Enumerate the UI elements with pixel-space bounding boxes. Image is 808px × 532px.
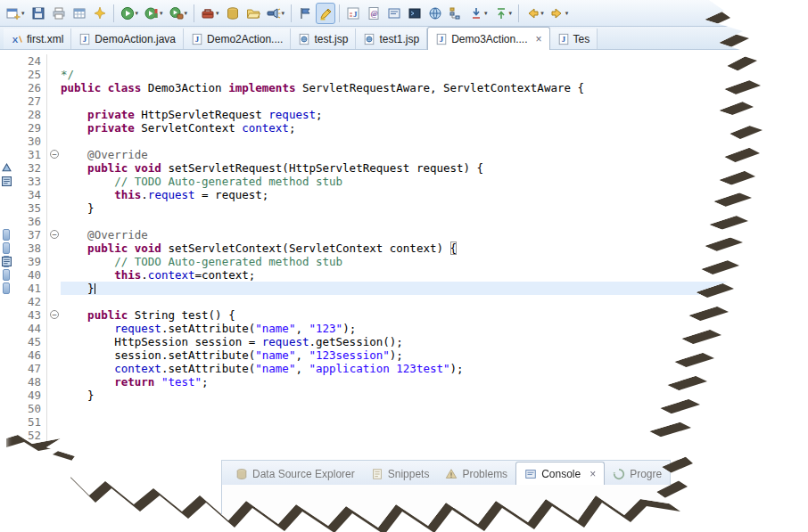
dropdown-arrow-icon[interactable]: ▾: [216, 10, 219, 17]
dropdown-arrow-icon[interactable]: ▾: [484, 10, 488, 17]
new-button[interactable]: ▾: [4, 3, 28, 24]
forward-button[interactable]: ▾: [548, 3, 572, 24]
code-text[interactable]: public void setServletRequest(HttpServle…: [61, 161, 808, 175]
line-number[interactable]: 50: [14, 402, 46, 415]
code-text[interactable]: // TODO Auto-generated method stub: [61, 175, 808, 188]
collapse-icon[interactable]: −: [50, 150, 59, 159]
code-text[interactable]: @Override: [61, 228, 808, 241]
code-text[interactable]: private HttpServletRequest request;: [61, 108, 808, 121]
code-text[interactable]: }: [61, 201, 808, 215]
line-number[interactable]: 36: [14, 215, 46, 228]
line-number[interactable]: 26: [14, 81, 46, 94]
editor-tab[interactable]: test1.jsp: [356, 29, 427, 49]
line-number[interactable]: 31: [14, 148, 46, 161]
code-text[interactable]: [61, 415, 808, 429]
web-browser-button[interactable]: [425, 3, 445, 24]
collapse-icon[interactable]: −: [50, 310, 59, 319]
code-text[interactable]: // TODO Auto-generated method stub: [61, 255, 808, 268]
code-line[interactable]: 31− @Override: [0, 148, 808, 161]
line-number[interactable]: 24: [14, 54, 46, 68]
code-line[interactable]: 26public class Demo3Action implements Se…: [0, 81, 808, 94]
code-line[interactable]: 27: [0, 94, 808, 108]
external-tools-button[interactable]: ▾: [198, 3, 222, 24]
fold-column[interactable]: [46, 175, 61, 188]
dropdown-arrow-icon[interactable]: ▾: [136, 10, 139, 17]
fold-column[interactable]: [46, 415, 61, 429]
fold-column[interactable]: [46, 135, 61, 148]
fold-column[interactable]: [46, 389, 61, 402]
dropdown-arrow-icon[interactable]: ▾: [509, 10, 513, 17]
view-tab[interactable]: Snippets: [363, 463, 438, 485]
code-text[interactable]: this.context=context;: [61, 268, 808, 282]
line-number[interactable]: 35: [14, 201, 46, 215]
javadoc-button[interactable]: @: [364, 3, 383, 24]
editor-tab[interactable]: JDemoAction.java: [71, 29, 184, 49]
view-tab[interactable]: Console×: [515, 462, 605, 486]
code-line[interactable]: 34 this.request = request;: [0, 188, 808, 201]
dropdown-arrow-icon[interactable]: ▾: [540, 10, 544, 17]
code-line[interactable]: 28 private HttpServletRequest request;: [0, 108, 808, 121]
fold-column[interactable]: −: [46, 228, 61, 241]
code-line[interactable]: 29 private ServletContext context;: [0, 121, 808, 135]
code-line[interactable]: 25*/: [0, 68, 808, 81]
fold-column[interactable]: [46, 402, 61, 415]
mark-occurrences-button[interactable]: [316, 3, 335, 24]
code-text[interactable]: private ServletContext context;: [61, 121, 808, 135]
code-line[interactable]: 37− @Override: [0, 228, 808, 241]
line-number[interactable]: 34: [14, 188, 46, 201]
dropdown-arrow-icon[interactable]: ▾: [282, 10, 285, 17]
export-button[interactable]: ▾: [491, 3, 515, 24]
type-hierarchy-button[interactable]: [446, 3, 466, 24]
code-line[interactable]: 43− public String test() {: [0, 308, 808, 322]
search-button[interactable]: ▾: [264, 3, 288, 24]
run-external-button[interactable]: ▾: [167, 3, 191, 24]
line-number[interactable]: 51: [14, 415, 46, 429]
fold-column[interactable]: −: [46, 308, 61, 322]
fold-column[interactable]: [46, 295, 61, 308]
line-number[interactable]: 33: [14, 175, 46, 188]
line-number[interactable]: 25: [14, 68, 46, 81]
line-number[interactable]: 43: [14, 308, 46, 322]
dropdown-arrow-icon[interactable]: ▾: [185, 10, 188, 17]
back-button[interactable]: ▾: [523, 3, 547, 24]
profile-flag-button[interactable]: [295, 3, 315, 24]
fold-column[interactable]: [46, 241, 61, 255]
run-button[interactable]: ▾: [118, 3, 142, 24]
collapse-icon[interactable]: −: [50, 230, 59, 239]
fold-column[interactable]: [46, 215, 61, 228]
console-view-button[interactable]: [384, 3, 404, 24]
code-text[interactable]: [61, 215, 808, 228]
fold-column[interactable]: [46, 348, 61, 362]
code-text[interactable]: request.setAttribute("name", "123");: [61, 322, 808, 335]
code-line[interactable]: 33 // TODO Auto-generated method stub: [0, 175, 808, 188]
code-line[interactable]: 36: [0, 215, 808, 228]
code-line[interactable]: 32 public void setServletRequest(HttpSer…: [0, 161, 808, 175]
code-text[interactable]: [61, 295, 808, 308]
save-button[interactable]: [29, 3, 48, 24]
import-button[interactable]: ▾: [466, 3, 491, 24]
fold-column[interactable]: [46, 68, 61, 81]
line-number[interactable]: 38: [14, 241, 46, 255]
line-number[interactable]: 30: [14, 135, 46, 148]
fold-column[interactable]: [46, 121, 61, 135]
line-number[interactable]: 45: [14, 335, 46, 348]
dropdown-arrow-icon[interactable]: ▾: [21, 10, 25, 17]
fold-column[interactable]: [46, 94, 61, 108]
fold-column[interactable]: [46, 188, 61, 201]
line-number[interactable]: 27: [14, 94, 46, 108]
code-text[interactable]: public void setServletContext(ServletCon…: [61, 241, 808, 255]
code-line[interactable]: 35 }: [0, 201, 808, 215]
fold-column[interactable]: [46, 81, 61, 94]
open-folder-button[interactable]: [243, 3, 263, 24]
code-line[interactable]: 39 // TODO Auto-generated method stub: [0, 255, 808, 268]
line-number[interactable]: 41: [14, 282, 46, 295]
fold-column[interactable]: [46, 322, 61, 335]
fold-column[interactable]: [46, 108, 61, 121]
code-line[interactable]: 40 this.context=context;: [0, 268, 808, 282]
editor-tab[interactable]: JDemo2Action....: [184, 29, 291, 49]
code-text[interactable]: [61, 94, 808, 108]
close-icon[interactable]: ×: [590, 469, 596, 479]
code-text[interactable]: [61, 135, 808, 148]
fold-column[interactable]: [46, 282, 61, 295]
close-icon[interactable]: ×: [536, 34, 542, 45]
